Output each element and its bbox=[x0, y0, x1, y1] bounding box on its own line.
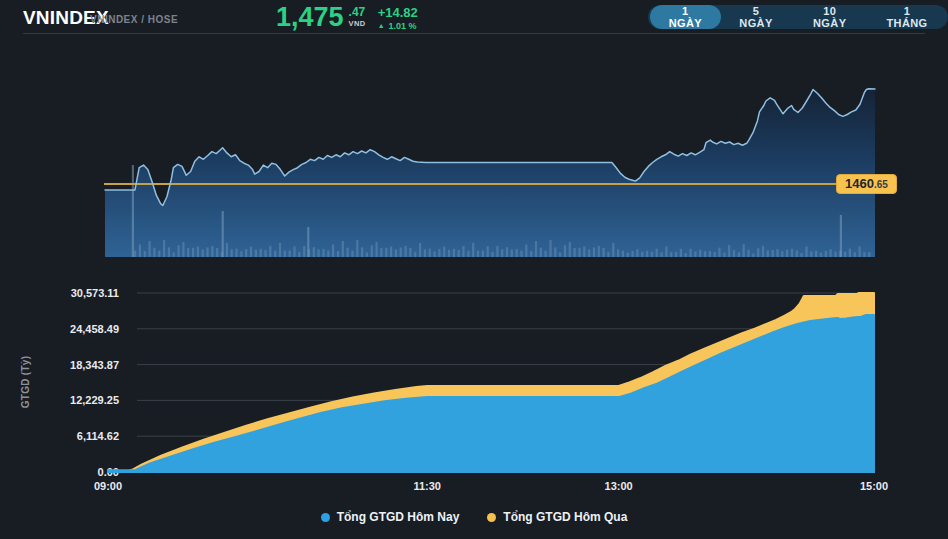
reference-price-integer: 1460 bbox=[845, 175, 874, 193]
svg-text:24,458.49: 24,458.49 bbox=[70, 323, 119, 335]
legend-dot-icon bbox=[487, 513, 496, 522]
legend-item-tong-gtgd-hom-nay[interactable]: Tổng GTGD Hôm Nay bbox=[321, 510, 460, 524]
svg-text:6,114.62: 6,114.62 bbox=[77, 430, 119, 442]
x-axis-labels: 09:0011:3013:0015:00 bbox=[0, 480, 948, 494]
x-axis-tick-09-00: 09:00 bbox=[94, 480, 122, 492]
cumulative-value-area-chart[interactable]: 0.006,114.6212,229.2518,343.8724,458.493… bbox=[0, 270, 948, 500]
svg-text:18,343.87: 18,343.87 bbox=[70, 359, 119, 371]
legend-label: Tổng GTGD Hôm Qua bbox=[503, 510, 627, 524]
svg-text:30,573.11: 30,573.11 bbox=[71, 287, 119, 299]
legend-label: Tổng GTGD Hôm Nay bbox=[337, 510, 460, 524]
x-axis-tick-15-00: 15:00 bbox=[860, 480, 888, 492]
chart-legend: Tổng GTGD Hôm NayTổng GTGD Hôm Qua bbox=[0, 510, 948, 524]
legend-item-tong-gtgd-hom-qua[interactable]: Tổng GTGD Hôm Qua bbox=[487, 510, 627, 524]
x-axis-tick-11-30: 11:30 bbox=[413, 480, 441, 492]
price-line-chart[interactable] bbox=[0, 0, 948, 270]
svg-text:12,229.25: 12,229.25 bbox=[70, 394, 119, 406]
reference-price-badge: 1460.65 bbox=[836, 174, 897, 194]
y-axis-title: GTGD (Tỷ) bbox=[20, 332, 34, 432]
legend-dot-icon bbox=[321, 513, 330, 522]
x-axis-tick-13-00: 13:00 bbox=[605, 480, 633, 492]
vnindex-chart-panel: VNINDEX VNINDEX / HOSE 1,475 .47 VND +14… bbox=[0, 0, 948, 539]
reference-price-decimal: .65 bbox=[874, 179, 888, 190]
